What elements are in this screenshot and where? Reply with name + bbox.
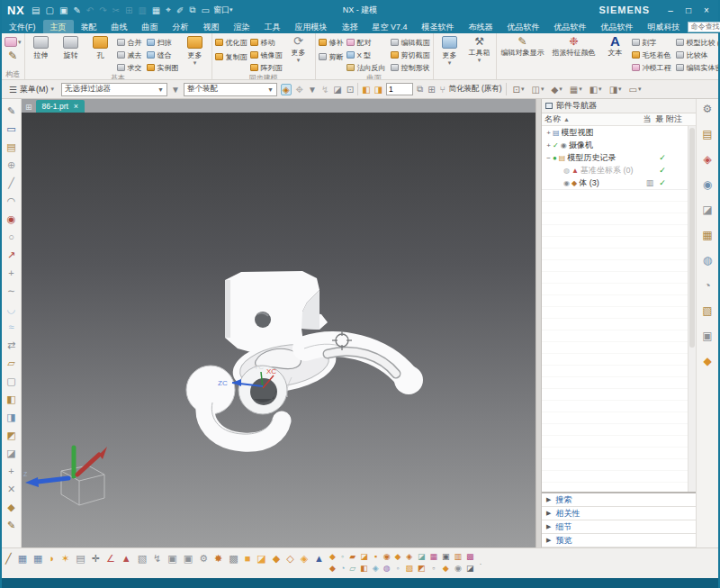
tab-15[interactable]: 优品软件 xyxy=(547,20,594,33)
arc-2pt-icon[interactable]: ◡ xyxy=(7,300,16,318)
tab-9[interactable]: 应用模块 xyxy=(288,20,335,33)
point-line-icon[interactable]: ↗ xyxy=(7,246,15,264)
swept-icon[interactable]: ◧ xyxy=(6,390,15,408)
snap-point-toggle-icon[interactable]: ◈ xyxy=(281,84,292,95)
mini-tool-icon[interactable]: ◆ xyxy=(329,552,336,561)
patch-button[interactable]: 修补 xyxy=(319,36,344,49)
window-layout-button[interactable]: ▭▾ xyxy=(628,85,643,95)
include-curve-icon[interactable]: ▭ xyxy=(6,120,15,138)
orange-box-icon[interactable]: ■ xyxy=(245,553,251,564)
sphere-icon[interactable]: ⊕ xyxy=(7,156,15,174)
section-细节[interactable]: ▶细节 xyxy=(542,520,696,534)
flag-icon[interactable]: ▲ xyxy=(314,553,324,564)
copy-view-icon[interactable]: ▧ xyxy=(138,553,147,565)
tab-12[interactable]: 模圣软件 xyxy=(415,20,462,33)
navigator-row[interactable]: +▤模型视图 xyxy=(542,126,696,139)
point-plus-icon[interactable]: + xyxy=(8,462,14,480)
command-search-input[interactable] xyxy=(688,22,720,32)
copy-body-icon[interactable]: ▣ xyxy=(167,553,176,565)
document-close-icon[interactable]: × xyxy=(74,102,78,111)
window-dropdown-icon[interactable]: ▦ xyxy=(152,5,160,15)
copy-object-icon[interactable]: ⧉ xyxy=(417,84,423,95)
tab-file[interactable]: 文件(F) xyxy=(2,20,43,33)
new-window-icon[interactable]: ▭ xyxy=(201,5,209,15)
part-navigator-icon[interactable]: ◉ xyxy=(703,178,712,191)
clip-section-button[interactable]: 剪切截面 xyxy=(391,49,430,61)
tab-3[interactable]: 曲线 xyxy=(104,20,135,33)
selection-scope-select[interactable]: 整个装配▼ xyxy=(184,83,277,96)
mini-tool-icon[interactable]: ◪ xyxy=(360,552,368,561)
mini-tool-icon[interactable]: ◦ xyxy=(395,564,401,573)
sketch-curve-pencil-icon[interactable]: ✎ xyxy=(8,50,17,62)
trim-button[interactable]: 剪断 xyxy=(319,50,344,63)
mini-tool-icon[interactable]: ◆ xyxy=(442,564,450,573)
subtract-button[interactable]: 减去 xyxy=(117,49,142,61)
mini-tool-icon[interactable]: ◉ xyxy=(454,564,463,573)
highlight-body-icon[interactable]: ◪ xyxy=(333,85,341,95)
mini-tool-icon[interactable]: ▦ xyxy=(430,552,438,561)
through-curves-icon[interactable]: ◩ xyxy=(6,426,15,444)
assign-feature-color-button[interactable]: ❉指派特征颜色 xyxy=(549,34,599,59)
tab-2[interactable]: 装配 xyxy=(74,20,104,33)
arc-icon[interactable]: ◠ xyxy=(7,192,16,210)
optimize-face-button[interactable]: 优化面 xyxy=(215,36,248,49)
gem-icon[interactable]: ◈ xyxy=(301,553,308,565)
bounded-plane-icon[interactable]: ▱ xyxy=(7,354,14,372)
copy-face-button[interactable]: 复制面 xyxy=(215,50,248,63)
model-compare-button[interactable]: 模型比较 (即将失效) xyxy=(676,36,718,49)
navigator-scrollbar[interactable] xyxy=(688,126,696,492)
move-icon[interactable]: ✛ xyxy=(92,553,100,565)
sheet-sketch-icon[interactable]: ▤ xyxy=(6,138,15,156)
engrave-button[interactable]: 刻字 xyxy=(632,36,671,49)
sheet-icon[interactable]: ▢ xyxy=(6,372,15,390)
mini-tool-icon[interactable]: ▱ xyxy=(349,564,356,573)
snap-ghost-icon[interactable]: ✥ xyxy=(296,85,303,95)
selection-filter-icon[interactable]: ▼ xyxy=(308,85,317,95)
mini-tool-icon[interactable]: ◆ xyxy=(329,564,336,573)
star-point-icon[interactable]: ✶ xyxy=(61,553,69,565)
toolbar-overflow-dot[interactable]: · xyxy=(480,559,482,568)
bodies-icon[interactable]: ▤ xyxy=(76,553,85,565)
paste-body-icon[interactable]: ▣ xyxy=(184,553,193,565)
instance-button[interactable]: 实例图 xyxy=(147,61,179,74)
profile-icon[interactable]: ✎ xyxy=(7,102,15,120)
mirror-face-button[interactable]: 镜像面 xyxy=(250,49,283,61)
shaded-cube-icon[interactable]: ◧ xyxy=(362,85,370,95)
new-file-icon[interactable]: ▤ xyxy=(32,5,40,15)
measure-icon[interactable]: ↯ xyxy=(153,553,161,565)
reverse-normal-button[interactable]: 法向反向 xyxy=(346,61,386,74)
graphics-viewport[interactable]: YC XC ZC xyxy=(22,113,536,547)
mini-tool-icon[interactable]: ▩ xyxy=(466,552,474,561)
roles-icon[interactable]: ▣ xyxy=(702,330,712,342)
mini-tool-icon[interactable]: ◪ xyxy=(418,552,426,561)
point-icon[interactable]: + xyxy=(8,264,14,282)
body-pair-icon[interactable]: ◆ xyxy=(7,498,14,516)
wire-cube-icon[interactable]: ◨ xyxy=(374,85,382,95)
mini-tool-icon[interactable]: ◪ xyxy=(466,564,474,573)
pattern-face-button[interactable]: 阵列面 xyxy=(250,61,283,74)
tab-16[interactable]: 优品软件 xyxy=(594,20,641,33)
reuse-library-icon[interactable]: ◪ xyxy=(702,204,712,216)
pencil-icon[interactable]: ✎ xyxy=(7,516,15,534)
save-as-icon[interactable]: ✎ xyxy=(73,5,80,15)
fit-view-button[interactable]: ◫▾ xyxy=(531,85,545,95)
render-style-button[interactable]: ◨▾ xyxy=(608,85,623,95)
orientation-button[interactable]: ▦▾ xyxy=(569,85,583,95)
close-button[interactable]: × xyxy=(698,5,715,15)
open-icon[interactable]: ▢ xyxy=(46,5,54,15)
gear-icon[interactable]: ⚙ xyxy=(703,103,713,115)
blank-shading-button[interactable]: 毛坯着色 xyxy=(632,49,671,61)
navigator-row[interactable]: ◍▲基准坐标系 (0)✓ xyxy=(542,164,696,176)
touch-mode-icon[interactable]: ✐ xyxy=(176,5,184,15)
basic-more-button[interactable]: 更多▾ xyxy=(182,34,209,67)
revolve-button[interactable]: 旋转 xyxy=(58,34,85,61)
save-icon[interactable]: ▣ xyxy=(59,5,68,15)
intersect-button[interactable]: 求交 xyxy=(117,61,142,74)
section-搜索[interactable]: ▶搜索 xyxy=(542,493,696,507)
blend-icon[interactable]: ◪ xyxy=(6,444,15,462)
assembly-navigator-icon[interactable]: ▤ xyxy=(702,128,712,140)
branch-icon[interactable]: ⑂ xyxy=(440,85,446,95)
extrude-button[interactable]: 拉伸 xyxy=(28,34,55,61)
mini-tool-icon[interactable]: ◦ xyxy=(340,552,345,561)
edit-object-display-button[interactable]: ✎编辑对象显示 xyxy=(500,34,546,59)
